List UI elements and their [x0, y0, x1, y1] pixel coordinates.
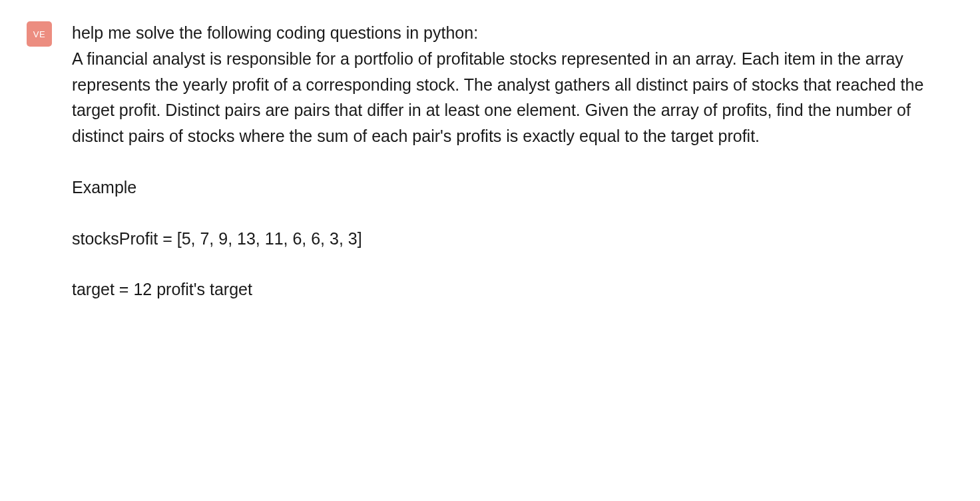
message-body: help me solve the following coding quest…: [72, 20, 953, 302]
example-target: target = 12 profit's target: [72, 276, 953, 302]
spacer: [72, 149, 953, 175]
message-intro: help me solve the following coding quest…: [72, 20, 953, 46]
example-input: stocksProfit = [5, 7, 9, 13, 11, 6, 6, 3…: [72, 226, 953, 252]
example-header: Example: [72, 175, 953, 201]
spacer: [72, 201, 953, 226]
spacer: [72, 251, 953, 276]
user-avatar: VE: [27, 21, 52, 47]
avatar-initials: VE: [33, 29, 45, 39]
problem-statement: A financial analyst is responsible for a…: [72, 46, 953, 149]
chat-message: VE help me solve the following coding qu…: [27, 20, 953, 302]
